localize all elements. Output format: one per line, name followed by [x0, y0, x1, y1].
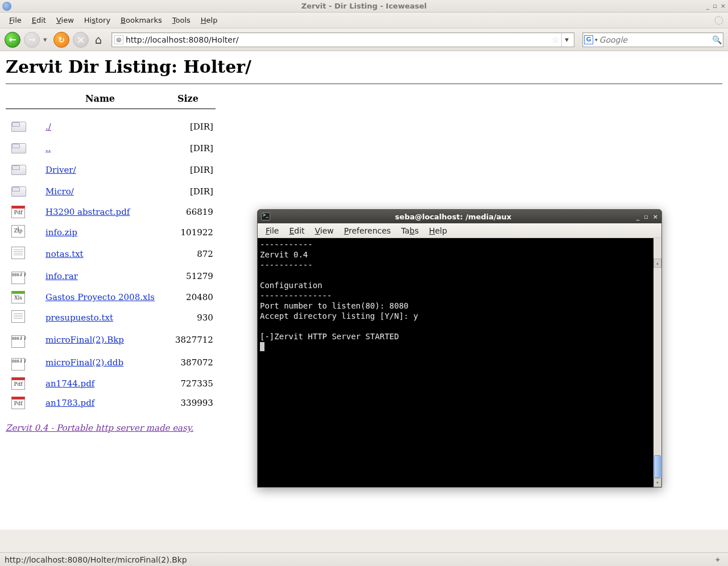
terminal-menubar: File Edit View Preferences Tabs Help — [258, 223, 661, 238]
bookmark-star-icon[interactable]: ☆ — [552, 35, 559, 44]
footer-link[interactable]: Zervit 0.4 - Portable http server made e… — [6, 423, 193, 433]
file-link[interactable]: an1744.pdf — [46, 378, 94, 389]
xls-icon — [11, 291, 25, 303]
pdf-icon — [11, 377, 25, 390]
search-bar[interactable]: G ▾ 🔍 — [582, 32, 723, 47]
terminal-window-controls: _ ▫ × — [636, 213, 658, 220]
menu-view[interactable]: View — [52, 14, 78, 26]
browser-toolbar: ▾ ◎ ☆ ▾ G ▾ 🔍 — [0, 28, 728, 51]
bin-icon — [11, 358, 25, 371]
file-size: 387072 — [160, 351, 216, 374]
file-size: 51279 — [160, 265, 216, 288]
term-menu-tabs[interactable]: Tabs — [396, 225, 423, 236]
search-go-icon[interactable]: 🔍 — [712, 35, 722, 44]
menu-tools[interactable]: Tools — [168, 14, 195, 26]
file-size: [DIR] — [160, 109, 216, 138]
file-size: 727335 — [160, 374, 216, 393]
terminal-maximize-button[interactable]: ▫ — [644, 213, 648, 220]
terminal-scrollbar[interactable]: ▴ ▾ — [653, 238, 661, 487]
file-link[interactable]: ./ — [46, 122, 51, 132]
menu-file[interactable]: File — [5, 14, 26, 26]
scrollbar-thumb[interactable] — [654, 455, 661, 478]
file-size: [DIR] — [160, 159, 216, 181]
menu-bookmarks[interactable]: Bookmarks — [116, 14, 167, 26]
file-link[interactable]: microFinal(2).Bkp — [46, 335, 124, 345]
reload-button[interactable] — [53, 32, 69, 48]
window-controls: _ ▫ × — [706, 2, 726, 10]
folder-icon — [11, 143, 26, 153]
home-button[interactable] — [92, 34, 105, 46]
txt-icon — [11, 310, 25, 323]
app-icon — [2, 2, 11, 11]
menu-history[interactable]: History — [80, 14, 115, 26]
folder-icon — [11, 186, 26, 197]
url-input[interactable] — [126, 35, 549, 44]
file-size: [DIR] — [160, 138, 216, 159]
term-menu-file[interactable]: File — [261, 225, 283, 236]
file-size: 339993 — [160, 393, 216, 413]
table-row: ./[DIR] — [6, 109, 216, 138]
file-link[interactable]: notas.txt — [46, 249, 84, 259]
url-dropdown-icon[interactable]: ▾ — [561, 33, 572, 47]
table-row: an1783.pdf339993 — [6, 393, 216, 413]
file-link[interactable]: microFinal(2).ddb — [46, 357, 123, 368]
scrollbar-down-icon[interactable]: ▾ — [653, 478, 661, 487]
terminal-close-button[interactable]: × — [653, 213, 658, 220]
terminal-minimize-button[interactable]: _ — [636, 213, 640, 220]
file-link[interactable]: info.rar — [46, 271, 78, 281]
term-menu-help[interactable]: Help — [424, 225, 452, 236]
file-link[interactable]: presupuesto.txt — [46, 313, 113, 323]
stop-button — [73, 32, 89, 48]
menu-help[interactable]: Help — [196, 14, 222, 26]
terminal-icon — [261, 213, 270, 220]
bin-icon — [11, 335, 25, 348]
maximize-button[interactable]: ▫ — [713, 2, 717, 10]
pdf-icon — [11, 206, 25, 218]
terminal-body[interactable]: ----------- Zervit 0.4 ----------- Confi… — [258, 238, 661, 487]
address-bar[interactable]: ◎ ☆ ▾ — [111, 32, 574, 47]
terminal-cursor — [260, 342, 264, 351]
table-row: notas.txt872 — [6, 243, 216, 265]
folder-icon — [11, 122, 26, 132]
term-menu-preferences[interactable]: Preferences — [340, 225, 395, 236]
terminal-window[interactable]: seba@localhost: /media/aux _ ▫ × File Ed… — [257, 209, 662, 488]
terminal-titlebar[interactable]: seba@localhost: /media/aux _ ▫ × — [258, 210, 661, 223]
file-size: 20480 — [160, 288, 216, 307]
file-link[interactable]: .. — [46, 143, 51, 153]
forward-button — [24, 32, 40, 48]
terminal-title: seba@localhost: /media/aux — [275, 213, 632, 221]
site-favicon-icon: ◎ — [114, 35, 123, 44]
table-row: info.rar51279 — [6, 265, 216, 288]
table-row: H3290 abstract.pdf66819 — [6, 202, 216, 222]
file-link[interactable]: an1783.pdf — [46, 398, 94, 408]
file-link[interactable]: Micro/ — [46, 186, 74, 197]
search-engine-icon[interactable]: G — [584, 35, 593, 44]
search-input[interactable] — [599, 35, 710, 44]
scrollbar-up-icon[interactable]: ▴ — [653, 259, 661, 268]
page-heading: Zervit Dir Listing: Holter/ — [6, 57, 722, 77]
col-header-size: Size — [160, 91, 216, 109]
term-menu-view[interactable]: View — [311, 225, 338, 236]
search-engine-dropdown-icon[interactable]: ▾ — [595, 37, 598, 43]
table-row: presupuesto.txt930 — [6, 307, 216, 328]
activity-spinner-icon — [714, 16, 723, 25]
minimize-button[interactable]: _ — [706, 2, 710, 10]
file-size: 101922 — [160, 222, 216, 243]
file-link[interactable]: Driver/ — [46, 165, 76, 175]
file-size: 3827712 — [160, 328, 216, 351]
menu-edit[interactable]: Edit — [27, 14, 51, 26]
pdf-icon — [11, 397, 25, 409]
table-row: Micro/[DIR] — [6, 181, 216, 202]
term-menu-edit[interactable]: Edit — [284, 225, 309, 236]
history-dropdown-icon[interactable]: ▾ — [43, 35, 50, 44]
table-row: ..[DIR] — [6, 138, 216, 159]
file-link[interactable]: H3290 abstract.pdf — [46, 207, 130, 217]
file-link[interactable]: info.zip — [46, 227, 77, 238]
terminal-output: ----------- Zervit 0.4 ----------- Confi… — [260, 240, 418, 341]
close-button[interactable]: × — [721, 2, 726, 10]
folder-icon — [11, 165, 26, 175]
zip-icon — [11, 225, 25, 238]
back-button[interactable] — [5, 32, 20, 48]
table-row: an1744.pdf727335 — [6, 374, 216, 393]
file-link[interactable]: Gastos Proyecto 2008.xls — [46, 292, 155, 302]
